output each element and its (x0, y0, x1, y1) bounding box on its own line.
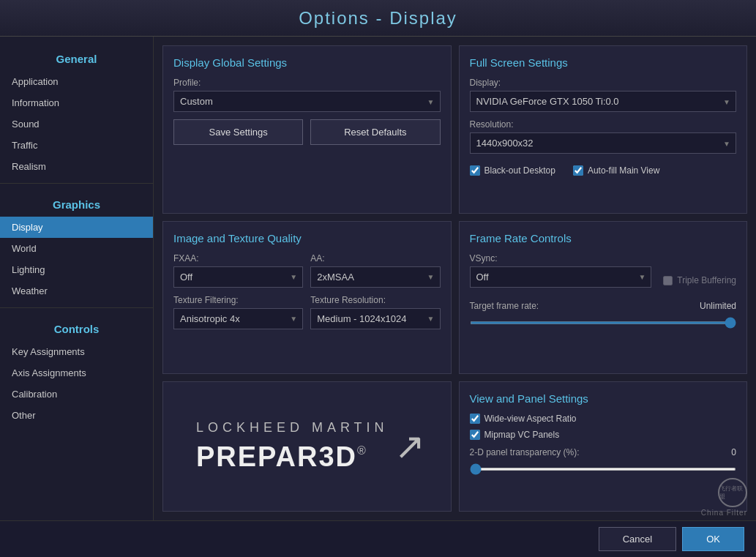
registered-mark: ® (357, 444, 366, 457)
view-panel-title: View and Panel Settings (470, 392, 737, 405)
profile-select[interactable]: Custom Low Medium High Ultra (173, 91, 441, 112)
sidebar-item-realism[interactable]: Realism (0, 156, 153, 177)
sidebar-item-application[interactable]: Application (0, 71, 153, 92)
resolution-wrapper: 1440x900x32 1920x1080x32 2560x1440x32 ▼ (470, 132, 737, 154)
logo-text-area: LOCKHEED MARTIN PREPAR3D ® (196, 420, 389, 473)
wide-view-row[interactable]: Wide-view Aspect Ratio (470, 414, 737, 424)
frame-rate-title: Frame Rate Controls (470, 232, 737, 244)
blackout-checkbox[interactable] (470, 165, 480, 176)
sidebar-controls-title: Controls (0, 314, 153, 341)
fxaa-label: FXAA: (173, 253, 303, 263)
texture-filtering-select[interactable]: Bilinear Trilinear Anisotropic 4x Anisot… (173, 308, 303, 329)
transparency-slider[interactable] (470, 468, 737, 471)
mipmap-label: Mipmap VC Panels (484, 430, 560, 440)
watermark-circle: 飞行者联盟 (718, 478, 747, 507)
sidebar-item-sound[interactable]: Sound (0, 113, 153, 135)
watermark: 飞行者联盟 China Filter (701, 478, 747, 517)
mipmap-checkbox[interactable] (470, 430, 480, 440)
vsync-wrapper: Off On ▼ (470, 266, 652, 288)
vsync-label: VSync: (470, 253, 652, 263)
logo-arrow-icon: ↗ (394, 425, 425, 468)
aa-label: AA: (310, 253, 440, 263)
aa-wrapper: Off 2xMSAA 4xMSAA 8xMSAA ▼ (310, 266, 440, 288)
title-bar: Options - Display (0, 0, 756, 37)
sidebar-item-display[interactable]: Display (0, 217, 153, 238)
wide-view-label: Wide-view Aspect Ratio (484, 414, 577, 424)
resolution-select[interactable]: 1440x900x32 1920x1080x32 2560x1440x32 (470, 132, 737, 154)
logo-panel: LOCKHEED MARTIN PREPAR3D ® ↗ (162, 381, 452, 512)
transparency-header: 2-D panel transparency (%): 0 (470, 447, 737, 457)
triple-buffering-group: Triple Buffering (663, 262, 736, 285)
logo-container: LOCKHEED MARTIN PREPAR3D ® ↗ (196, 420, 418, 473)
fxaa-aa-row: FXAA: Off On ▼ AA: Off 2xMSAA (173, 253, 441, 295)
main-layout: General Application Information Sound Tr… (0, 37, 756, 520)
bottom-bar: Cancel OK (0, 520, 756, 557)
display-global-title: Display Global Settings (173, 56, 441, 69)
transparency-value: 0 (731, 447, 736, 457)
vsync-select[interactable]: Off On (470, 266, 652, 288)
target-frame-rate-header: Target frame rate: Unlimited (470, 301, 737, 311)
product-row: PREPAR3D ® (196, 441, 389, 473)
autofill-checkbox-row[interactable]: Auto-fill Main View (573, 165, 659, 176)
sidebar-item-lighting[interactable]: Lighting (0, 259, 153, 280)
display-device-select[interactable]: NVIDIA GeForce GTX 1050 Ti:0.0 (470, 91, 737, 112)
sidebar-item-other[interactable]: Other (0, 405, 153, 426)
sidebar-item-information[interactable]: Information (0, 92, 153, 113)
aa-select[interactable]: Off 2xMSAA 4xMSAA 8xMSAA (310, 266, 440, 288)
texture-filtering-group: Texture Filtering: Bilinear Trilinear An… (173, 295, 303, 337)
sidebar: General Application Information Sound Tr… (0, 37, 154, 520)
sidebar-item-world[interactable]: World (0, 238, 153, 259)
texture-resolution-group: Texture Resolution: Low - 256x256 Medium… (310, 295, 440, 337)
texture-filtering-label: Texture Filtering: (173, 295, 303, 305)
mipmap-row[interactable]: Mipmap VC Panels (470, 430, 737, 440)
sidebar-graphics-title: Graphics (0, 190, 153, 217)
fxaa-wrapper: Off On ▼ (173, 266, 303, 288)
blackout-checkbox-row[interactable]: Black-out Desktop (470, 165, 555, 176)
sidebar-general-title: General (0, 44, 153, 71)
company-name: LOCKHEED MARTIN (196, 420, 389, 435)
texture-filtering-wrapper: Bilinear Trilinear Anisotropic 4x Anisot… (173, 308, 303, 329)
frame-rate-slider[interactable] (470, 321, 737, 324)
image-texture-title: Image and Texture Quality (173, 232, 441, 244)
transparency-label: 2-D panel transparency (%): (470, 447, 580, 457)
texture-resolution-label: Texture Resolution: (310, 295, 440, 305)
frame-rate-panel: Frame Rate Controls VSync: Off On ▼ Trip… (459, 221, 748, 375)
resolution-label: Resolution: (470, 119, 737, 130)
product-name: PREPAR3D (196, 441, 357, 473)
texture-resolution-select[interactable]: Low - 256x256 Medium - 1024x1024 High - … (310, 308, 440, 329)
sidebar-item-traffic[interactable]: Traffic (0, 135, 153, 156)
profile-label: Profile: (173, 78, 441, 88)
global-buttons-row: Save Settings Reset Defaults (173, 119, 441, 145)
sidebar-item-calibration[interactable]: Calibration (0, 384, 153, 405)
triple-buffering-label: Triple Buffering (677, 275, 736, 285)
triple-buffering-checkbox[interactable] (663, 276, 673, 285)
sidebar-item-axis-assignments[interactable]: Axis Assignments (0, 362, 153, 384)
aa-group: AA: Off 2xMSAA 4xMSAA 8xMSAA ▼ (310, 253, 440, 295)
fxaa-select[interactable]: Off On (173, 266, 303, 288)
page-title: Options - Display (299, 8, 457, 29)
content-area: Display Global Settings Profile: Custom … (154, 37, 756, 520)
save-settings-button[interactable]: Save Settings (173, 119, 303, 145)
autofill-checkbox[interactable] (573, 165, 583, 176)
texture-row: Texture Filtering: Bilinear Trilinear An… (173, 295, 441, 337)
display-global-panel: Display Global Settings Profile: Custom … (162, 45, 452, 214)
display-device-wrapper: NVIDIA GeForce GTX 1050 Ti:0.0 ▼ (470, 91, 737, 112)
image-texture-panel: Image and Texture Quality FXAA: Off On ▼… (162, 221, 452, 375)
ok-button[interactable]: OK (682, 527, 744, 551)
display-device-label: Display: (470, 78, 737, 88)
vsync-row: VSync: Off On ▼ Triple Buffering (470, 253, 737, 295)
sidebar-item-weather[interactable]: Weather (0, 280, 153, 302)
sidebar-item-key-assignments[interactable]: Key Assignments (0, 341, 153, 362)
cancel-button[interactable]: Cancel (599, 527, 676, 551)
blackout-label: Black-out Desktop (484, 165, 555, 176)
watermark-text: China Filter (701, 509, 747, 517)
full-screen-panel: Full Screen Settings Display: NVIDIA GeF… (459, 45, 748, 214)
reset-defaults-button[interactable]: Reset Defaults (310, 119, 440, 145)
target-value: Unlimited (700, 301, 736, 311)
autofill-label: Auto-fill Main View (588, 165, 659, 176)
texture-resolution-wrapper: Low - 256x256 Medium - 1024x1024 High - … (310, 308, 440, 329)
target-label: Target frame rate: (470, 301, 539, 311)
profile-select-wrapper: Custom Low Medium High Ultra ▼ (173, 91, 441, 112)
full-screen-title: Full Screen Settings (470, 56, 737, 69)
wide-view-checkbox[interactable] (470, 414, 480, 424)
